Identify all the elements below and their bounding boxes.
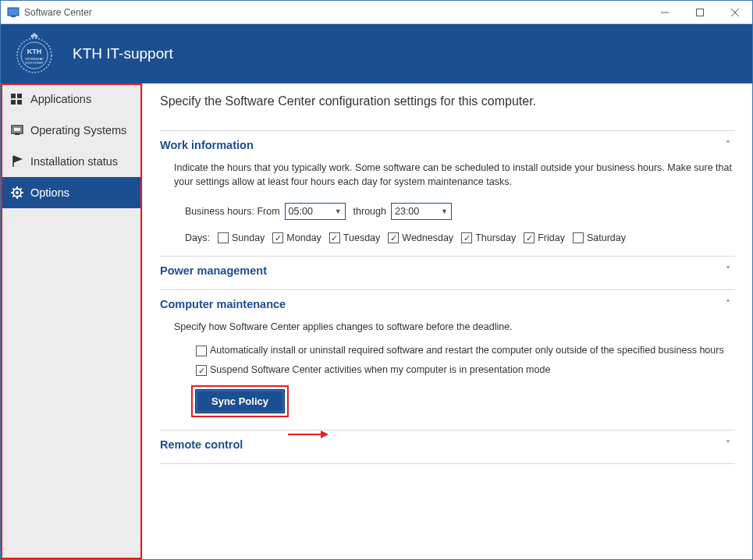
section-power: Power management ˅	[160, 256, 735, 289]
svg-line-27	[12, 196, 14, 197]
checkbox-saturday[interactable]	[573, 232, 584, 243]
os-icon	[10, 123, 24, 137]
svg-rect-0	[8, 8, 19, 16]
section-title: Work information	[160, 139, 721, 151]
svg-line-25	[20, 196, 22, 197]
gear-icon	[10, 186, 24, 200]
svg-line-24	[12, 188, 14, 190]
sidebar-item-options[interactable]: Options	[1, 177, 142, 208]
day-label: Saturday	[587, 232, 626, 243]
sidebar: Applications Operating Systems Installat…	[1, 83, 143, 559]
maximize-button[interactable]	[682, 1, 717, 23]
business-hours-label: Business hours: From	[185, 206, 280, 217]
checkbox-wednesday[interactable]: ✓	[388, 232, 399, 243]
svg-rect-16	[13, 127, 21, 132]
work-description: Indicate the hours that you typically wo…	[174, 161, 735, 189]
section-header-maintenance[interactable]: Computer maintenance ˄	[160, 298, 735, 310]
days-label: Days:	[185, 232, 210, 243]
to-time-value: 23:00	[395, 206, 419, 217]
svg-rect-13	[11, 100, 16, 105]
content: Specify the Software Center configuratio…	[143, 83, 752, 559]
flag-icon	[10, 154, 24, 168]
svg-point-19	[16, 191, 19, 194]
chevron-down-icon: ˅	[721, 439, 735, 450]
maint-opt1-label: Automatically install or uninstall requi…	[210, 345, 724, 356]
section-work-info: Work information ˄ Indicate the hours th…	[160, 130, 735, 256]
svg-line-26	[20, 188, 22, 190]
chevron-down-icon: ▼	[335, 207, 342, 215]
titlebar: Software Center	[1, 1, 752, 24]
section-title: Power management	[160, 264, 721, 277]
day-label: Sunday	[232, 232, 265, 243]
svg-rect-12	[17, 94, 22, 98]
apps-icon	[10, 92, 24, 106]
annotation-highlight-sync: Sync Policy	[191, 385, 289, 417]
section-header-work[interactable]: Work information ˄	[160, 139, 735, 151]
close-button[interactable]	[717, 1, 752, 23]
chevron-up-icon: ˄	[721, 299, 735, 310]
from-time-select[interactable]: 05:00 ▼	[285, 203, 346, 220]
checkbox-suspend-presentation[interactable]: ✓	[196, 365, 207, 376]
org-title: KTH IT-support	[73, 45, 173, 62]
section-title: Remote control	[160, 438, 721, 451]
checkbox-auto-install[interactable]	[196, 346, 207, 356]
sidebar-item-label: Applications	[30, 93, 91, 105]
svg-rect-1	[11, 16, 16, 17]
svg-point-6	[17, 38, 52, 73]
maint-opt2-label: Suspend Software Center activities when …	[210, 364, 550, 375]
day-label: Tuesday	[343, 232, 380, 243]
day-label: Friday	[538, 232, 565, 243]
chevron-up-icon: ˄	[721, 140, 735, 151]
svg-rect-11	[11, 94, 16, 98]
minimize-button[interactable]	[647, 1, 682, 23]
sidebar-item-label: Installation status	[30, 155, 118, 168]
sidebar-item-os[interactable]: Operating Systems	[1, 115, 142, 146]
checkbox-monday[interactable]: ✓	[272, 232, 283, 243]
checkbox-thursday[interactable]: ✓	[461, 232, 472, 243]
svg-text:OCH KONST: OCH KONST	[25, 61, 44, 65]
day-label: Monday	[286, 232, 321, 243]
checkbox-tuesday[interactable]: ✓	[329, 232, 340, 243]
sidebar-item-install-status[interactable]: Installation status	[1, 146, 142, 177]
maint-description: Specify how Software Center applies chan…	[174, 320, 735, 334]
section-header-power[interactable]: Power management ˅	[160, 264, 735, 277]
app-icon	[7, 6, 20, 19]
svg-rect-17	[15, 133, 20, 135]
svg-text:KTH: KTH	[27, 48, 42, 55]
sidebar-item-label: Operating Systems	[30, 124, 126, 136]
svg-rect-3	[696, 9, 703, 16]
window-title: Software Center	[24, 7, 647, 18]
section-header-remote[interactable]: Remote control ˅	[160, 438, 735, 451]
checkbox-sunday[interactable]	[218, 232, 229, 243]
sidebar-item-applications[interactable]: Applications	[1, 83, 142, 115]
checkbox-friday[interactable]: ✓	[524, 232, 535, 243]
section-title: Computer maintenance	[160, 298, 721, 310]
to-time-select[interactable]: 23:00 ▼	[391, 203, 452, 220]
svg-rect-14	[17, 100, 22, 105]
page-title: Specify the Software Center configuratio…	[160, 94, 735, 108]
day-label: Thursday	[475, 232, 516, 243]
from-time-value: 05:00	[289, 206, 313, 217]
section-remote: Remote control ˅	[160, 430, 735, 464]
chevron-down-icon: ˅	[721, 265, 735, 276]
day-label: Wednesday	[402, 232, 453, 243]
chevron-down-icon: ▼	[441, 207, 448, 215]
through-label: through	[353, 206, 386, 217]
section-maintenance: Computer maintenance ˄ Specify how Softw…	[160, 289, 735, 430]
header: KTH VETENSKAP OCH KONST KTH IT-support	[1, 24, 752, 83]
sync-policy-button[interactable]: Sync Policy	[196, 390, 284, 413]
sidebar-item-label: Options	[30, 186, 69, 199]
org-logo: KTH VETENSKAP OCH KONST	[12, 31, 57, 76]
